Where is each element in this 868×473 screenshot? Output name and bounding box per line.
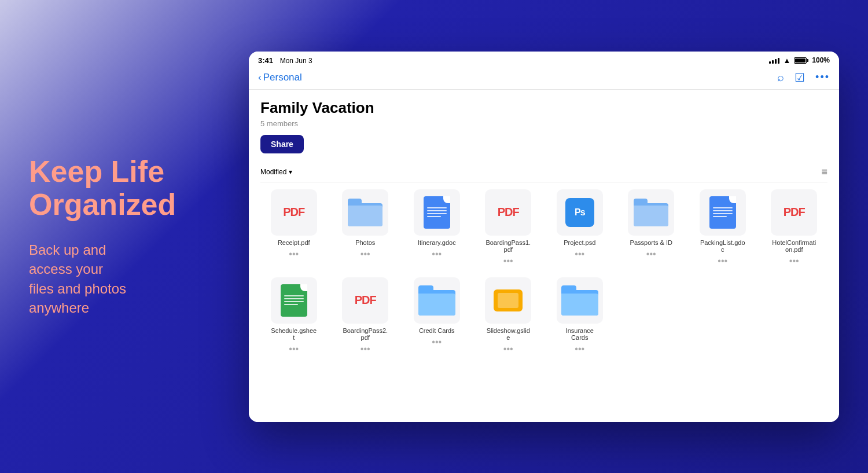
signal-icon <box>769 57 779 64</box>
file-name-photos: Photos <box>355 239 375 246</box>
share-button[interactable]: Share <box>260 135 304 153</box>
file-item-photos[interactable]: Photos ••• <box>332 189 399 266</box>
file-name-packinglist: PackingList.gdoc <box>700 239 746 253</box>
folder-icon-passports <box>634 199 668 226</box>
ellipsis-icon[interactable]: ••• <box>815 71 830 83</box>
file-item-itinerary[interactable]: Itinerary.gdoc ••• <box>403 189 470 266</box>
file-item-packinglist[interactable]: PackingList.gdoc ••• <box>689 189 756 266</box>
file-more-project[interactable]: ••• <box>575 250 584 259</box>
sort-label: Modified <box>260 168 286 176</box>
file-more-schedule[interactable]: ••• <box>289 344 299 354</box>
file-more-insurancecards[interactable]: ••• <box>575 344 584 354</box>
file-name-itinerary: Itinerary.gdoc <box>418 239 456 246</box>
pdf-icon-hotel: PDF <box>784 206 805 219</box>
file-more-receipt[interactable]: ••• <box>289 250 299 259</box>
file-icon-hotelconfirmation: PDF <box>771 189 817 236</box>
chevron-down-icon: ▾ <box>289 168 292 176</box>
nav-icons: ⌕ ☑ ••• <box>777 71 830 85</box>
left-panel: Keep Life Organized Back up andaccess yo… <box>29 155 226 318</box>
file-icon-receipt: PDF <box>271 189 317 236</box>
file-item-receipt[interactable]: PDF Receipt.pdf ••• <box>260 189 328 266</box>
file-item-insurancecards[interactable]: Insurance Cards ••• <box>546 277 613 354</box>
list-view-icon[interactable]: ≡ <box>821 166 827 178</box>
folder-icon-photos <box>348 199 382 226</box>
file-icon-photos <box>342 189 388 236</box>
checkmark-square-icon[interactable]: ☑ <box>795 71 805 85</box>
file-more-boardingpass2[interactable]: ••• <box>361 344 370 354</box>
psd-icon: Ps <box>565 198 594 227</box>
file-item-boardingpass1[interactable]: PDF BoardingPass1.pdf ••• <box>475 189 542 266</box>
file-item-boardingpass2[interactable]: PDF BoardingPass2.pdf ••• <box>332 277 399 354</box>
headline: Keep Life Organized <box>29 155 226 221</box>
file-icon-slideshow <box>485 277 531 324</box>
file-more-photos[interactable]: ••• <box>361 250 370 259</box>
members-count: 5 members <box>260 119 827 128</box>
file-name-creditcards: Credit Cards <box>419 327 455 334</box>
file-icon-insurancecards <box>557 277 603 324</box>
file-name-passports: Passports & ID <box>630 239 672 246</box>
file-icon-itinerary <box>414 189 460 236</box>
file-more-itinerary[interactable]: ••• <box>432 250 442 259</box>
nav-bar: ‹ Personal ⌕ ☑ ••• <box>249 67 839 90</box>
ipad-frame: 3:41 Mon Jun 3 ▲ 100% <box>249 52 839 422</box>
file-name-boardingpass2: BoardingPass2.pdf <box>342 327 388 341</box>
gslide-icon <box>494 289 523 311</box>
file-name-hotelconfirmation: HotelConfirmation.pdf <box>771 239 817 253</box>
file-name-boardingpass1: BoardingPass1.pdf <box>485 239 531 253</box>
file-icon-schedule <box>271 277 317 324</box>
status-right: ▲ 100% <box>769 56 830 65</box>
gsheet-icon <box>281 284 307 317</box>
pdf-icon-bp1: PDF <box>498 206 519 219</box>
folder-title: Family Vacation <box>260 99 827 117</box>
sort-bar: Modified ▾ ≡ <box>260 163 827 182</box>
gdoc-icon-packinglist <box>709 196 736 229</box>
file-item-project[interactable]: Ps Project.psd ••• <box>546 189 613 266</box>
status-bar: 3:41 Mon Jun 3 ▲ 100% <box>249 52 839 67</box>
file-icon-boardingpass2: PDF <box>342 277 388 324</box>
folder-icon-insurancecards <box>561 285 598 316</box>
file-name-schedule: Schedule.gsheet <box>271 327 317 341</box>
sort-button[interactable]: Modified ▾ <box>260 168 292 176</box>
battery-icon <box>794 57 808 64</box>
file-more-slideshow[interactable]: ••• <box>503 344 513 354</box>
file-name-project: Project.psd <box>564 239 595 246</box>
files-grid: PDF Receipt.pdf ••• Photos • <box>260 189 827 354</box>
search-icon[interactable]: ⌕ <box>777 71 784 84</box>
chevron-left-icon: ‹ <box>258 72 262 83</box>
file-item-slideshow[interactable]: Slideshow.gslide ••• <box>475 277 542 354</box>
file-name-slideshow: Slideshow.gslide <box>485 327 531 341</box>
file-icon-passports <box>628 189 674 236</box>
file-more-hotelconfirmation[interactable]: ••• <box>789 256 799 266</box>
file-more-creditcards[interactable]: ••• <box>432 338 442 347</box>
content-area: Family Vacation 5 members Share Modified… <box>249 90 839 422</box>
file-icon-creditcards <box>414 277 460 324</box>
file-more-boardingpass1[interactable]: ••• <box>503 256 513 266</box>
pdf-icon-bp2: PDF <box>355 294 376 307</box>
file-item-schedule[interactable]: Schedule.gsheet ••• <box>260 277 328 354</box>
file-item-passports[interactable]: Passports & ID ••• <box>618 189 685 266</box>
file-name-insurancecards: Insurance Cards <box>557 327 603 341</box>
file-more-packinglist[interactable]: ••• <box>718 256 727 266</box>
file-more-passports[interactable]: ••• <box>646 250 656 259</box>
subtext: Back up andaccess yourfiles and photosan… <box>29 240 226 318</box>
file-icon-packinglist <box>700 189 746 236</box>
nav-back-button[interactable]: ‹ Personal <box>258 72 302 83</box>
file-icon-boardingpass1: PDF <box>485 189 531 236</box>
gdoc-icon-itinerary <box>424 196 450 229</box>
file-item-creditcards[interactable]: Credit Cards ••• <box>403 277 470 354</box>
battery-percent: 100% <box>812 56 830 64</box>
file-item-hotelconfirmation[interactable]: PDF HotelConfirmation.pdf ••• <box>761 189 828 266</box>
file-name-receipt: Receipt.pdf <box>278 239 310 246</box>
wifi-icon: ▲ <box>783 56 790 65</box>
status-time: 3:41 Mon Jun 3 <box>258 56 312 65</box>
folder-icon-creditcards <box>418 285 455 316</box>
nav-back-label[interactable]: Personal <box>263 72 302 83</box>
pdf-icon: PDF <box>283 206 304 219</box>
file-icon-project: Ps <box>557 189 603 236</box>
